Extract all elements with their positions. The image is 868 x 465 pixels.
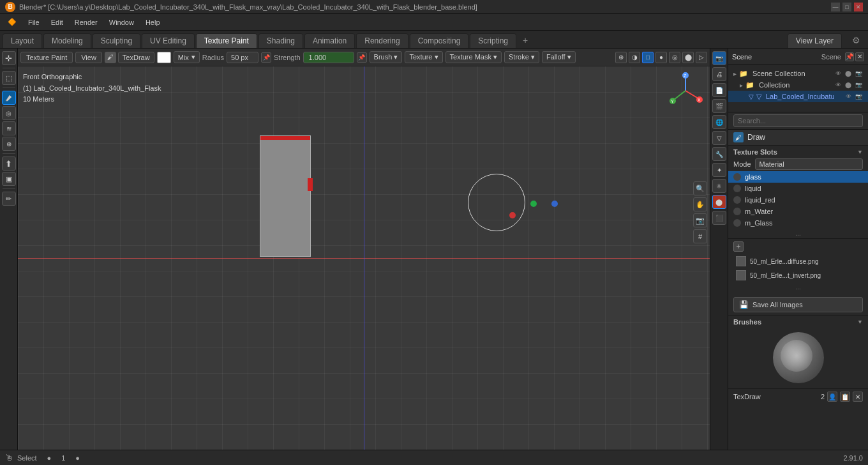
- viewport[interactable]: Front Orthographic (1) Lab_Cooled_Incuba…: [18, 66, 710, 450]
- solid-shading-icon[interactable]: ●: [655, 52, 667, 63]
- radius-input[interactable]: 50 px: [227, 52, 258, 63]
- texture-dropdown[interactable]: Texture ▾: [405, 51, 442, 63]
- axis-widget[interactable]: Z X Y: [666, 72, 705, 110]
- delete-brush-icon[interactable]: ✕: [853, 392, 863, 402]
- scene-collection-item[interactable]: ▸ 📁 Scene Collection 👁 ⬤ 📷: [728, 68, 868, 79]
- camera-button[interactable]: 📷: [693, 213, 707, 227]
- render-toggle[interactable]: 📷: [854, 69, 863, 78]
- material-m-water[interactable]: m_Water: [728, 206, 868, 217]
- tab-uv-editing[interactable]: UV Editing: [142, 33, 195, 48]
- close-scene-icon[interactable]: ✕: [855, 52, 864, 61]
- collection-render-toggle[interactable]: 📷: [854, 80, 863, 89]
- tab-add[interactable]: +: [518, 33, 533, 48]
- smear-tool[interactable]: ≋: [2, 121, 16, 135]
- falloff-dropdown[interactable]: Falloff ▾: [542, 51, 576, 63]
- strength-slider[interactable]: 1.000: [303, 52, 354, 63]
- tab-sculpting[interactable]: Sculpting: [93, 33, 140, 48]
- tab-animation[interactable]: Animation: [304, 33, 355, 48]
- menu-file[interactable]: File: [23, 17, 45, 27]
- search-input[interactable]: [733, 114, 863, 127]
- mode-dropdown[interactable]: Material: [755, 158, 863, 170]
- view-layer-properties-icon[interactable]: 📄: [712, 83, 726, 97]
- strength-pin-icon[interactable]: 📌: [357, 52, 367, 63]
- material-glass[interactable]: glass: [728, 171, 868, 183]
- menu-help[interactable]: Help: [140, 17, 165, 27]
- modifier-properties-icon[interactable]: 🔧: [712, 147, 726, 161]
- pan-button[interactable]: ✋: [693, 197, 707, 211]
- annotate-tool[interactable]: ✏: [2, 192, 16, 206]
- viewport-overlay-icon[interactable]: ◑: [629, 52, 640, 63]
- minimize-button[interactable]: —: [831, 3, 840, 11]
- material-liquid-red[interactable]: liquid_red: [728, 194, 868, 206]
- scene-properties-icon[interactable]: 🎬: [712, 99, 726, 113]
- grid-button[interactable]: #: [693, 229, 707, 243]
- brush-dropdown[interactable]: Brush ▾: [370, 51, 403, 63]
- maximize-button[interactable]: □: [842, 3, 851, 11]
- object-properties-icon[interactable]: ▽: [712, 131, 726, 145]
- draw-tool[interactable]: [2, 91, 16, 105]
- viewport-gizmo-icon[interactable]: ⊕: [615, 52, 627, 63]
- menu-render[interactable]: Render: [70, 17, 103, 27]
- tab-scripting[interactable]: Scripting: [470, 33, 516, 48]
- brush-name-dropdown[interactable]: TexDraw: [118, 52, 154, 63]
- clone-tool[interactable]: ⊕: [2, 137, 16, 151]
- brushes-header[interactable]: Brushes ▼: [728, 316, 868, 327]
- rendered-shading-icon[interactable]: ⬤: [682, 52, 694, 63]
- particle-properties-icon[interactable]: ✦: [712, 163, 726, 177]
- pin-scene-icon[interactable]: 📌: [845, 52, 854, 61]
- collection-visibility-toggle[interactable]: 👁: [834, 80, 842, 89]
- viewport-toggle[interactable]: ⬤: [844, 69, 853, 78]
- view-menu[interactable]: View: [75, 52, 102, 63]
- object-render-toggle[interactable]: 📷: [854, 92, 863, 101]
- color-swatch[interactable]: [157, 52, 171, 63]
- mask-tool[interactable]: ▣: [2, 172, 16, 186]
- tab-texture-paint[interactable]: Texture Paint: [196, 33, 257, 48]
- menu-window[interactable]: Window: [104, 17, 139, 27]
- fill-tool[interactable]: ⬆: [2, 156, 16, 171]
- collection-item[interactable]: ▸ 📁 Collection 👁 ⬤ 📷: [728, 79, 868, 91]
- save-all-images-button[interactable]: 💾 Save All Images: [733, 297, 863, 312]
- collection-viewport-toggle[interactable]: ⬤: [844, 80, 853, 89]
- texture-properties-icon[interactable]: ⬛: [712, 211, 726, 225]
- select-tool[interactable]: ⬚: [2, 71, 16, 85]
- menu-blender[interactable]: 🔶: [3, 17, 22, 27]
- material-liquid[interactable]: liquid: [728, 183, 868, 194]
- object-visibility-toggle[interactable]: 👁: [844, 92, 853, 101]
- fake-user-icon[interactable]: 👤: [827, 392, 837, 402]
- material-shading-icon[interactable]: ◎: [669, 52, 680, 63]
- close-button[interactable]: ✕: [854, 3, 863, 11]
- radius-pin-icon[interactable]: 📌: [261, 52, 271, 63]
- visibility-toggle[interactable]: 👁: [834, 69, 842, 78]
- texture-slots-header[interactable]: Texture Slots ▼: [728, 146, 868, 157]
- zoom-in-button[interactable]: 🔍: [693, 181, 707, 195]
- mode-select[interactable]: Texture Paint: [20, 52, 73, 63]
- copy-brush-icon[interactable]: 📋: [840, 392, 850, 402]
- view-layer-options[interactable]: ⚙: [847, 33, 865, 48]
- tab-rendering[interactable]: Rendering: [356, 33, 408, 48]
- stroke-dropdown[interactable]: Stroke ▾: [504, 51, 539, 63]
- menu-edit[interactable]: Edit: [46, 17, 68, 27]
- visibility-icons: 👁 ⬤ 📷: [834, 69, 863, 78]
- tab-compositing[interactable]: Compositing: [410, 33, 469, 48]
- render-properties-icon[interactable]: 📷: [712, 51, 726, 65]
- object-item[interactable]: ▽ ▽ Lab_Cooled_Incubatu 👁 📷: [728, 91, 868, 102]
- tab-modeling[interactable]: Modeling: [43, 33, 91, 48]
- texture-diffuse[interactable]: 50_ml_Erle...diffuse.png: [733, 254, 863, 268]
- tab-layout[interactable]: Layout: [3, 33, 42, 48]
- material-properties-icon[interactable]: ⬤: [712, 195, 726, 209]
- physics-properties-icon[interactable]: ⚛: [712, 179, 726, 193]
- material-m-glass[interactable]: m_Glass: [728, 217, 868, 229]
- viewport-xray-icon[interactable]: □: [642, 52, 654, 63]
- add-texture-button[interactable]: +: [733, 241, 744, 252]
- tab-view-layer[interactable]: View Layer: [788, 33, 842, 48]
- blend-mode-dropdown[interactable]: Mix ▾: [174, 51, 200, 63]
- output-properties-icon[interactable]: 🖨: [712, 67, 726, 81]
- texture-mask-dropdown[interactable]: Texture Mask ▾: [445, 51, 502, 63]
- soften-tool[interactable]: ◎: [2, 106, 16, 120]
- eevee-icon[interactable]: ▷: [696, 52, 707, 63]
- world-properties-icon[interactable]: 🌐: [712, 115, 726, 129]
- tab-shading[interactable]: Shading: [258, 33, 303, 48]
- cursor-tool[interactable]: ✛: [2, 51, 16, 65]
- texture-invert[interactable]: 50_ml_Erle...t_invert.png: [733, 268, 863, 282]
- brush-icon-btn[interactable]: 🖌: [105, 52, 116, 63]
